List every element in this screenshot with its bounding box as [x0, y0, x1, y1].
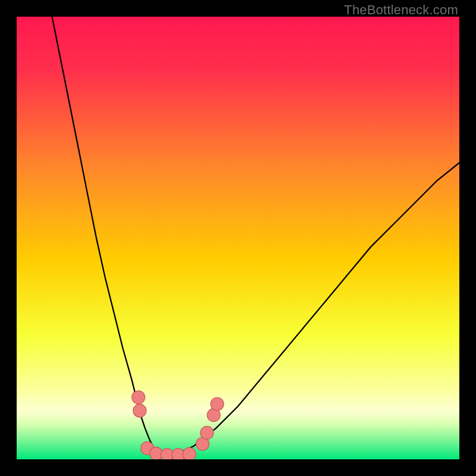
data-point	[183, 447, 196, 459]
chart-svg	[17, 17, 459, 459]
data-point	[132, 391, 145, 404]
data-point	[211, 397, 224, 411]
data-point	[201, 426, 214, 439]
watermark-text: TheBottleneck.com	[344, 2, 458, 18]
chart-frame: TheBottleneck.com	[0, 0, 476, 476]
plot-area	[17, 17, 459, 459]
data-point	[133, 404, 146, 417]
gradient-background	[17, 17, 459, 459]
